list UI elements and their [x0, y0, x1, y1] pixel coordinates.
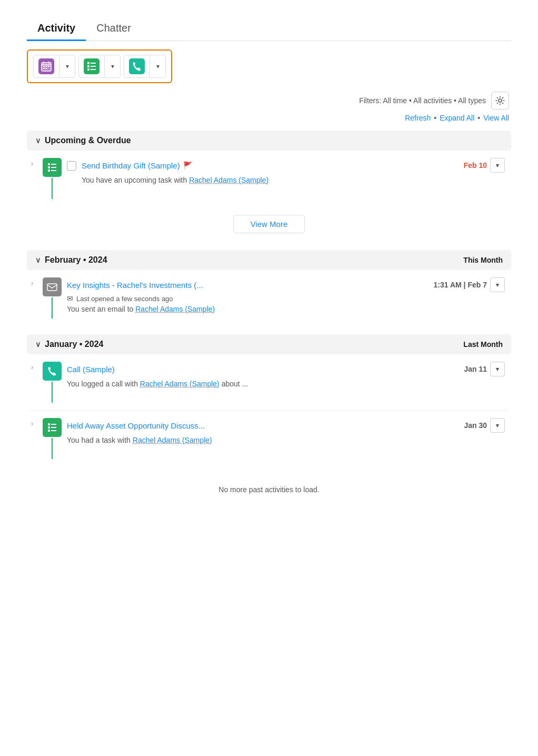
- activity-title-link[interactable]: Call (Sample): [67, 365, 115, 374]
- phone-call-icon: [43, 362, 62, 381]
- activity-date: Jan 11 ▾: [464, 362, 505, 376]
- refresh-link[interactable]: Refresh: [405, 114, 431, 122]
- section-label-last-month: Last Month: [463, 340, 503, 349]
- contact-link[interactable]: Rachel Adams (Sample): [189, 176, 268, 184]
- activity-content: Held Away Asset Opportunity Discuss... J…: [67, 418, 505, 446]
- chevron-down-icon: ∨: [35, 256, 41, 264]
- task-checkbox[interactable]: [67, 161, 76, 171]
- activity-content: Key Insights - Rachel's Investments (...…: [67, 277, 505, 315]
- upcoming-items: ›: [27, 151, 511, 206]
- new-call-dropdown[interactable]: ▾: [150, 55, 166, 78]
- new-call-button[interactable]: [124, 55, 150, 78]
- tabs-bar: Activity Chatter: [27, 16, 511, 41]
- email-opened-row: ✉ Last opened a few seconds ago: [67, 294, 505, 303]
- activity-title-row: Held Away Asset Opportunity Discuss... J…: [67, 418, 505, 433]
- filter-settings-button[interactable]: [491, 92, 509, 110]
- svg-point-15: [499, 99, 502, 102]
- svg-rect-22: [47, 284, 57, 291]
- contact-link[interactable]: Rachel Adams (Sample): [135, 305, 215, 313]
- activity-title-link[interactable]: Held Away Asset Opportunity Discuss...: [67, 421, 205, 430]
- activity-title-row: Send Birthday Gift (Sample) 🚩 Feb 10 ▾: [82, 158, 505, 173]
- section-header-february[interactable]: ∨ February • 2024 This Month: [27, 250, 511, 270]
- view-more-button[interactable]: View More: [233, 215, 305, 233]
- new-task-button[interactable]: [33, 55, 59, 78]
- activity-connector-line: [52, 382, 53, 403]
- svg-rect-4: [43, 66, 45, 67]
- phone-icon: [129, 58, 145, 74]
- section-february-2024: ∨ February • 2024 This Month ›: [27, 250, 511, 326]
- chevron-down-icon: ∨: [35, 340, 41, 349]
- svg-rect-18: [48, 170, 50, 172]
- svg-rect-16: [48, 163, 50, 165]
- svg-rect-17: [48, 166, 50, 168]
- tab-chatter[interactable]: Chatter: [86, 16, 142, 41]
- svg-rect-9: [87, 62, 89, 64]
- item-dropdown-button[interactable]: ▾: [490, 418, 505, 433]
- view-all-link[interactable]: View All: [483, 114, 509, 122]
- expand-arrow-icon[interactable]: ›: [31, 362, 37, 371]
- email-opened-icon: ✉: [67, 294, 73, 303]
- activity-title-link[interactable]: Key Insights - Rachel's Investments (...: [67, 281, 203, 290]
- item-dropdown-button[interactable]: ▾: [490, 362, 505, 376]
- svg-rect-24: [48, 426, 50, 429]
- item-dropdown-button[interactable]: ▾: [490, 158, 505, 173]
- list-item: › Key Insights - Rachel's Investments (.…: [30, 270, 508, 326]
- task-icon: [43, 418, 62, 437]
- no-more-activities-text: No more past activities to load.: [27, 475, 511, 504]
- item-dropdown-button[interactable]: ▾: [490, 277, 505, 292]
- activity-title-link[interactable]: Send Birthday Gift (Sample) 🚩: [82, 161, 192, 170]
- svg-rect-7: [43, 68, 45, 69]
- view-more-row: View More: [27, 206, 511, 242]
- activity-description: You had a task with Rachel Adams (Sample…: [67, 435, 505, 446]
- new-log-button[interactable]: [78, 55, 105, 78]
- section-header-january[interactable]: ∨ January • 2024 Last Month: [27, 334, 511, 354]
- list-icon: [84, 58, 99, 74]
- chevron-down-icon: ∨: [35, 136, 41, 145]
- activity-description: You have an upcoming task with Rachel Ad…: [82, 175, 505, 186]
- section-title-january: January • 2024: [45, 340, 103, 349]
- svg-rect-25: [48, 430, 50, 432]
- filter-text: Filters: All time • All activities • All…: [359, 96, 486, 105]
- activity-icon-wrapper: [43, 277, 62, 319]
- svg-rect-11: [87, 68, 89, 71]
- email-icon: [43, 277, 62, 296]
- action-links-row: Refresh • Expand All • View All: [27, 114, 511, 122]
- activity-connector-line: [52, 438, 53, 459]
- svg-rect-10: [87, 65, 89, 67]
- filter-row: Filters: All time • All activities • All…: [27, 92, 511, 110]
- activity-date: 1:31 AM | Feb 7 ▾: [434, 277, 505, 292]
- expand-arrow-icon[interactable]: ›: [31, 277, 37, 287]
- contact-link[interactable]: Rachel Adams (Sample): [133, 436, 212, 444]
- expand-arrow-icon[interactable]: ›: [31, 418, 37, 427]
- svg-rect-8: [46, 68, 47, 69]
- activity-description: You logged a call with Rachel Adams (Sam…: [67, 379, 505, 390]
- action-buttons-bar: ▾ ▾: [27, 49, 172, 83]
- expand-all-link[interactable]: Expand All: [440, 114, 474, 122]
- activity-connector-line: [52, 297, 53, 319]
- email-opened-text: Last opened a few seconds ago: [76, 295, 173, 303]
- activity-date: Feb 10 ▾: [464, 158, 505, 173]
- january-items: › Call (Sample) Jan 1: [27, 354, 511, 466]
- section-title-upcoming: Upcoming & Overdue: [45, 136, 131, 145]
- activity-content: Call (Sample) Jan 11 ▾ You logged a call…: [67, 362, 505, 390]
- calendar-icon: [38, 58, 54, 74]
- flag-icon: 🚩: [183, 161, 192, 170]
- section-header-upcoming[interactable]: ∨ Upcoming & Overdue: [27, 131, 511, 151]
- new-task-group: ▾: [33, 55, 75, 78]
- activity-title-row: Key Insights - Rachel's Investments (...…: [67, 277, 505, 292]
- new-task-dropdown[interactable]: ▾: [59, 55, 75, 78]
- new-log-dropdown[interactable]: ▾: [105, 55, 121, 78]
- activity-description: You sent an email to Rachel Adams (Sampl…: [67, 304, 505, 315]
- tab-activity[interactable]: Activity: [27, 16, 86, 41]
- expand-arrow-icon[interactable]: ›: [31, 158, 37, 167]
- list-item: ›: [30, 151, 508, 206]
- list-item: ›: [30, 411, 508, 466]
- section-label-this-month: This Month: [463, 256, 503, 264]
- section-upcoming-overdue: ∨ Upcoming & Overdue ›: [27, 131, 511, 242]
- task-icon: [43, 158, 62, 177]
- activity-title-row: Call (Sample) Jan 11 ▾: [67, 362, 505, 376]
- svg-rect-23: [48, 423, 50, 425]
- contact-link[interactable]: Rachel Adams (Sample): [140, 380, 220, 388]
- activity-date: Jan 30 ▾: [464, 418, 505, 433]
- section-title-february: February • 2024: [45, 255, 107, 265]
